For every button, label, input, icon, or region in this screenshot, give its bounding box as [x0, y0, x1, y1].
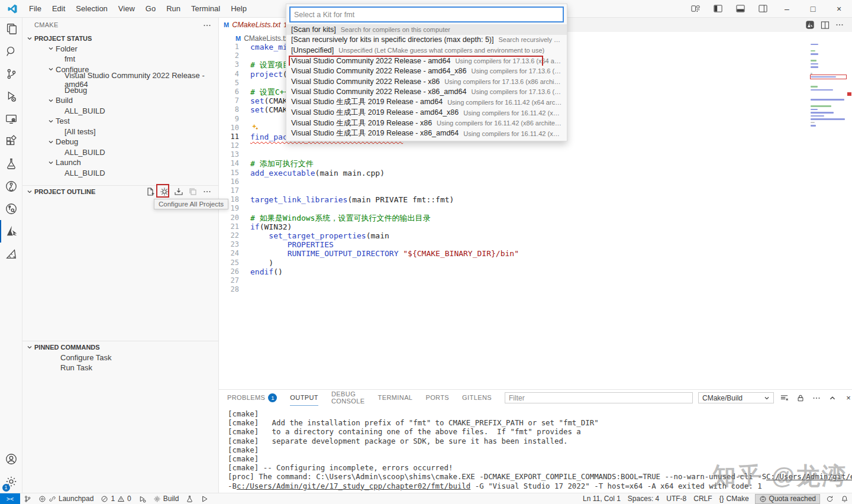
- code-line[interactable]: 13: [219, 150, 809, 159]
- tree-item[interactable]: ALL_BUILD: [22, 168, 218, 179]
- pinned-configure-task[interactable]: Configure Task: [60, 353, 111, 363]
- cursor-position[interactable]: Ln 11, Col 1: [579, 493, 624, 504]
- tree-item[interactable]: ALL_BUILD: [22, 106, 218, 117]
- kit-option[interactable]: Visual Studio Community 2022 Release - a…: [286, 56, 567, 66]
- code-line[interactable]: 15add_executable(main main.cpp): [219, 169, 809, 177]
- code-line[interactable]: 24 RUNTIME_OUTPUT_DIRECTORY "${CMAKE_BIN…: [219, 249, 809, 258]
- close-panel-icon[interactable]: ×: [843, 393, 852, 403]
- tree-item[interactable]: Build: [22, 95, 218, 106]
- encoding[interactable]: UTF-8: [663, 493, 690, 504]
- lock-icon[interactable]: [795, 393, 806, 403]
- code-line[interactable]: 27: [219, 276, 809, 285]
- build-all-icon[interactable]: [173, 186, 184, 197]
- kit-option[interactable]: [Scan for kits]Search for compilers on t…: [286, 24, 567, 35]
- tree-item[interactable]: [All tests]: [22, 127, 218, 137]
- launchpad-status-item[interactable]: Launchpad: [35, 493, 97, 504]
- kit-option[interactable]: Visual Studio 生成工具 2019 Release - amd64U…: [286, 97, 567, 108]
- language-mode[interactable]: {} CMake: [716, 493, 753, 504]
- panel-tab-gitlens[interactable]: GITLENS: [462, 390, 492, 406]
- remote-indicator[interactable]: ><: [0, 493, 20, 504]
- gitlens-inspect-icon[interactable]: [0, 198, 22, 220]
- code-line[interactable]: 21if(WIN32): [219, 222, 809, 231]
- maximize-button[interactable]: □: [800, 0, 826, 17]
- panel-tab-output[interactable]: OUTPUT: [290, 390, 318, 406]
- copilot-sparkle-icon[interactable]: [251, 124, 259, 131]
- output-path-link[interactable]: c:/Users/Admin/git/e/17_study_cpp/chapte…: [237, 482, 470, 490]
- editor-more-icon[interactable]: [835, 21, 844, 29]
- close-button[interactable]: ×: [826, 0, 852, 17]
- extensions-icon[interactable]: [0, 130, 22, 153]
- code-line[interactable]: 19: [219, 204, 809, 213]
- kit-search-input[interactable]: [290, 7, 563, 22]
- code-line[interactable]: 16: [219, 177, 809, 186]
- menu-file[interactable]: File: [24, 2, 47, 15]
- configure-all-icon[interactable]: [159, 186, 170, 197]
- output-path-link[interactable]: C:/Users/Admin/git/e/17_study_cpp/chapte…: [766, 472, 852, 481]
- cmake-build-button[interactable]: Build: [150, 493, 183, 504]
- menu-go[interactable]: Go: [140, 2, 161, 15]
- cmake-logo-icon[interactable]: [805, 20, 815, 30]
- kit-option[interactable]: Visual Studio Community 2022 Release - x…: [286, 76, 567, 87]
- debug-target-icon[interactable]: [135, 493, 150, 504]
- clear-output-icon[interactable]: [779, 393, 790, 403]
- kit-option[interactable]: Visual Studio 生成工具 2019 Release - amd64_…: [286, 108, 567, 118]
- menu-terminal[interactable]: Terminal: [186, 2, 225, 15]
- settings-gear-icon[interactable]: 1: [0, 470, 22, 493]
- kit-option[interactable]: [Scan recursively for kits in specific d…: [286, 35, 567, 46]
- panel-tab-ports[interactable]: PORTS: [425, 390, 449, 406]
- toggle-sidebar-icon[interactable]: [709, 2, 727, 15]
- code-line[interactable]: 14# 添加可执行文件: [219, 159, 809, 168]
- run-debug-icon[interactable]: [0, 85, 22, 108]
- code-line[interactable]: 22 set_target_properties(main: [219, 231, 809, 240]
- tree-item[interactable]: Folder: [22, 44, 218, 54]
- search-icon[interactable]: [0, 40, 22, 63]
- tree-item[interactable]: Launch: [22, 157, 218, 168]
- branch-status-item[interactable]: [20, 493, 35, 504]
- source-control-icon[interactable]: [0, 63, 22, 85]
- remote-explorer-icon[interactable]: [0, 108, 22, 130]
- copilot-quota-item[interactable]: Quota reached: [755, 494, 820, 504]
- output-filter-input[interactable]: [505, 392, 693, 403]
- code-line[interactable]: 23 PROPERTIES: [219, 240, 809, 249]
- tree-item[interactable]: PROJECT STATUS: [22, 33, 218, 44]
- outline-more-icon[interactable]: [202, 186, 212, 197]
- code-line[interactable]: 20# 如果是Windows系统，设置可执行文件的输出目录: [219, 214, 809, 222]
- code-line[interactable]: 25 ): [219, 259, 809, 267]
- code-line[interactable]: 18target_link_libraries(main PRIVATE fmt…: [219, 195, 809, 204]
- toggle-panel-icon[interactable]: [731, 2, 749, 15]
- tree-item[interactable]: Visual Studio Community 2022 Release - a…: [22, 75, 218, 85]
- indentation[interactable]: Spaces: 4: [624, 493, 663, 504]
- menu-view[interactable]: View: [113, 2, 140, 15]
- tree-item[interactable]: fmt: [22, 54, 218, 64]
- kit-option[interactable]: [Unspecified]Unspecified (Let CMake gues…: [286, 45, 567, 56]
- minimize-button[interactable]: –: [774, 0, 800, 17]
- customize-layout-icon[interactable]: [686, 2, 704, 15]
- kit-option[interactable]: Visual Studio Community 2022 Release - x…: [286, 87, 567, 98]
- toggle-secondary-sidebar-icon[interactable]: [754, 2, 772, 15]
- output-channel-select[interactable]: CMake/Build: [698, 392, 774, 403]
- panel-more-icon[interactable]: [811, 393, 822, 403]
- gitlens-icon[interactable]: [0, 175, 22, 198]
- code-line[interactable]: 28: [219, 285, 809, 294]
- testing-icon[interactable]: [0, 153, 22, 175]
- panel-tab-terminal[interactable]: TERMINAL: [378, 390, 413, 406]
- pinned-run-task[interactable]: Run Task: [60, 363, 92, 373]
- panel-tab-debug-console[interactable]: DEBUG CONSOLE: [331, 390, 365, 406]
- menu-run[interactable]: Run: [161, 2, 186, 15]
- launch-play-icon[interactable]: [197, 493, 212, 504]
- minimap[interactable]: [811, 43, 846, 134]
- split-editor-icon[interactable]: [821, 21, 830, 30]
- pinned-commands-header[interactable]: PINNED COMMANDS: [22, 341, 218, 353]
- menu-selection[interactable]: Selection: [70, 2, 112, 15]
- kit-option[interactable]: Visual Studio Community 2022 Release - a…: [286, 66, 567, 76]
- code-line[interactable]: 17: [219, 186, 809, 195]
- explorer-icon[interactable]: [0, 18, 22, 40]
- copy-icon[interactable]: [188, 186, 198, 197]
- new-file-icon[interactable]: [145, 186, 156, 197]
- account-icon[interactable]: [0, 448, 22, 470]
- sync-icon[interactable]: [822, 493, 837, 504]
- project-outline-header[interactable]: PROJECT OUTLINE: [22, 185, 218, 197]
- sidebar-more-icon[interactable]: [203, 21, 211, 30]
- ruler-triangle-icon[interactable]: [0, 243, 22, 265]
- kit-option[interactable]: Visual Studio 生成工具 2019 Release - x86Usi…: [286, 118, 567, 128]
